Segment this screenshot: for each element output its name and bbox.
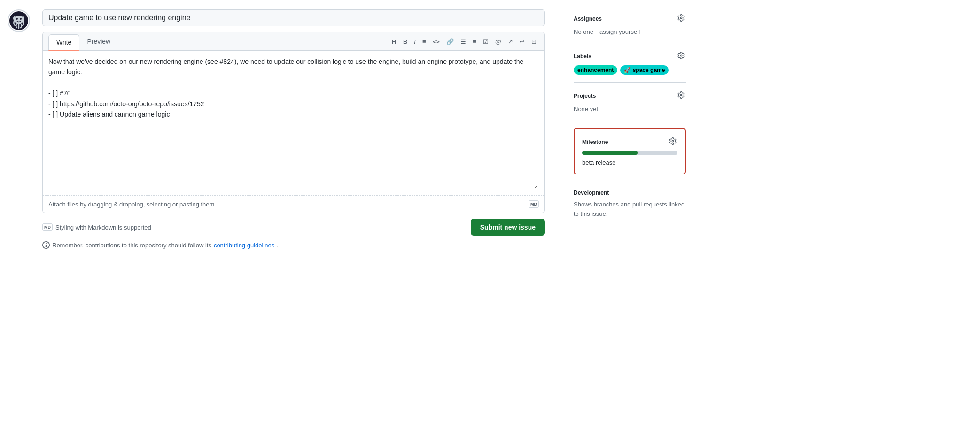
svg-point-2: [16, 18, 18, 20]
assignees-title: Assignees: [574, 16, 602, 22]
editor-textarea[interactable]: [48, 56, 539, 188]
tab-write[interactable]: Write: [48, 34, 79, 51]
quote-icon: ≡: [422, 38, 426, 45]
development-header: Development: [574, 190, 686, 196]
markdown-badge: MD: [529, 200, 539, 208]
label-space-game: 🚀 space game: [620, 65, 669, 75]
milestone-gear-button[interactable]: [668, 136, 677, 147]
assignees-value: No one—assign yourself: [574, 28, 640, 35]
left-sidebar: [0, 0, 38, 428]
heading-icon: H: [391, 38, 397, 46]
projects-value: None yet: [574, 105, 598, 112]
projects-title: Projects: [574, 93, 596, 99]
markdown-icon: MD: [42, 223, 53, 231]
mention-icon: @: [495, 38, 501, 45]
toolbar-fullscreen[interactable]: ⊡: [529, 36, 539, 47]
labels-header: Labels: [574, 51, 686, 62]
milestone-progress-fill: [582, 151, 638, 155]
right-sidebar: Assignees No one—assign yourself Labels …: [564, 0, 695, 428]
unordered-list-icon: ☰: [460, 38, 466, 45]
sidebar-assignees-section: Assignees No one—assign yourself: [574, 9, 686, 43]
link-icon: 🔗: [446, 38, 454, 45]
svg-point-3: [20, 18, 22, 20]
sidebar-projects-section: Projects None yet: [574, 83, 686, 120]
milestone-progress-bar: [582, 151, 677, 155]
remember-suffix: .: [277, 242, 279, 249]
assignees-gear-button[interactable]: [677, 13, 686, 24]
toolbar-italic[interactable]: I: [412, 36, 418, 47]
avatar[interactable]: [8, 9, 30, 32]
projects-gear-icon: [677, 91, 685, 99]
remember-prefix: Remember, contributions to this reposito…: [52, 242, 211, 249]
submit-button[interactable]: Submit new issue: [471, 219, 545, 236]
toolbar-mention[interactable]: @: [493, 36, 504, 47]
sidebar-milestone-section: Milestone beta release: [574, 128, 686, 174]
sidebar-development-section: Development Shows branches and pull requ…: [574, 182, 686, 226]
ordered-list-icon: ≡: [473, 38, 476, 45]
label-enhancement-text: enhancement: [577, 67, 614, 73]
assignees-gear-icon: [677, 14, 685, 22]
toolbar-task-list[interactable]: ☑: [481, 36, 491, 47]
svg-point-4: [13, 16, 16, 20]
toolbar-bold[interactable]: B: [401, 36, 410, 47]
reference-icon: ↗: [508, 38, 513, 45]
label-space-game-text: 🚀 space game: [624, 67, 665, 73]
toolbar-quote[interactable]: ≡: [420, 36, 428, 47]
editor-container: Write Preview H B I ≡ <> 🔗: [42, 32, 545, 213]
footer-bar: MD Styling with Markdown is supported Su…: [42, 213, 545, 236]
toolbar-code[interactable]: <>: [430, 36, 443, 47]
milestone-header: Milestone: [582, 136, 677, 147]
markdown-note-text: Styling with Markdown is supported: [55, 224, 151, 231]
info-icon: [42, 241, 50, 249]
toolbar-heading[interactable]: H: [389, 36, 399, 48]
assignees-header: Assignees: [574, 13, 686, 24]
undo-icon: ↩: [520, 38, 525, 45]
development-title: Development: [574, 190, 609, 196]
label-enhancement: enhancement: [574, 65, 617, 75]
contributing-guidelines-link[interactable]: contributing guidelines: [214, 242, 274, 249]
remember-note: Remember, contributions to this reposito…: [42, 241, 545, 249]
milestone-gear-icon: [669, 137, 677, 145]
editor-toolbar: H B I ≡ <> 🔗 ☰: [389, 34, 539, 49]
development-text: Shows branches and pull requests linked …: [574, 200, 686, 218]
main-content: Write Preview H B I ≡ <> 🔗: [38, 0, 554, 428]
toolbar-unordered-list[interactable]: ☰: [458, 36, 468, 47]
projects-gear-button[interactable]: [677, 90, 686, 101]
labels-gear-icon: [677, 52, 685, 59]
labels-container: enhancement 🚀 space game: [574, 65, 686, 75]
fullscreen-icon: ⊡: [531, 38, 537, 45]
toolbar-ordered-list[interactable]: ≡: [470, 36, 479, 47]
labels-gear-button[interactable]: [677, 51, 686, 62]
sidebar-labels-section: Labels enhancement 🚀 space game: [574, 43, 686, 83]
svg-point-1: [14, 16, 23, 24]
bold-icon: B: [403, 38, 407, 45]
attach-area: Attach files by dragging & dropping, sel…: [43, 195, 544, 213]
toolbar-undo[interactable]: ↩: [517, 36, 527, 47]
toolbar-link[interactable]: 🔗: [444, 36, 456, 47]
svg-point-5: [22, 16, 24, 20]
labels-title: Labels: [574, 53, 591, 60]
tab-preview[interactable]: Preview: [79, 34, 118, 50]
issue-title-input[interactable]: [42, 9, 545, 26]
editor-tabs-bar: Write Preview H B I ≡ <> 🔗: [43, 32, 544, 51]
milestone-label: beta release: [582, 159, 616, 166]
toolbar-reference[interactable]: ↗: [506, 36, 515, 47]
code-icon: <>: [433, 38, 440, 45]
attach-text: Attach files by dragging & dropping, sel…: [48, 201, 216, 208]
milestone-title: Milestone: [582, 139, 608, 145]
projects-header: Projects: [574, 90, 686, 101]
task-list-icon: ☑: [483, 38, 489, 45]
editor-body: [43, 51, 544, 195]
italic-icon: I: [414, 38, 416, 45]
markdown-note: MD Styling with Markdown is supported: [42, 223, 151, 231]
